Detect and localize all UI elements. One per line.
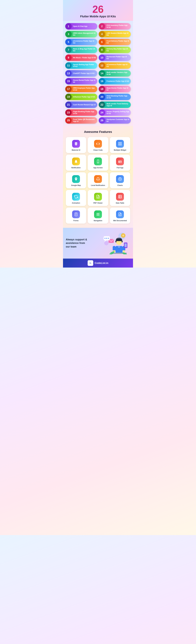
app-name: Sprots Betting App Flutter UI Kit: [72, 64, 97, 68]
app-item-26[interactable]: 26 Handyman Customer App UI kit: [99, 117, 131, 124]
feature-icon: [116, 210, 124, 218]
app-item-1[interactable]: 1 Open AI Chat App: [65, 23, 97, 30]
feature-card-2: Multiple Widget: [110, 137, 130, 153]
app-item-24[interactable]: 24 House, Property Selling App UI Kit: [99, 109, 131, 116]
app-item-18[interactable]: 18 Maan Doctor Flutter App UI kit: [99, 86, 131, 92]
support-illustration: ⚙: [100, 232, 130, 254]
app-item-25[interactable]: 25 Food Table–QR Restaurant App UI: [65, 117, 97, 124]
app-name: HRM Admin Management UI Kit: [72, 32, 97, 36]
app-number: 22: [99, 102, 105, 108]
feature-icon: [72, 140, 80, 148]
feature-label: Animation: [67, 202, 85, 204]
feature-icon: [94, 193, 102, 200]
app-item-21[interactable]: 21 Cash Rocket Reward App Ui: [65, 102, 97, 108]
app-number: 21: [65, 102, 72, 108]
app-number: 12: [99, 62, 105, 69]
svg-point-40: [104, 238, 106, 239]
feature-card-6: Google Map: [66, 172, 86, 188]
app-number: 15: [65, 78, 72, 84]
app-item-6[interactable]: 6 Food Delivery Flutter App UI Kit: [99, 39, 131, 45]
feature-icon: [72, 210, 80, 218]
app-item-5[interactable]: 5 eCommerce Flutter App UI Kit: [65, 39, 97, 45]
feature-label: Charts: [111, 184, 129, 186]
app-item-3[interactable]: 3 HRM Admin Management UI Kit: [65, 31, 97, 38]
app-item-19[interactable]: 19 Influencer Flutter App UI kit: [65, 94, 97, 100]
support-line1: Always support & assistence from our tea…: [66, 238, 96, 248]
app-name: Food Table–QR Restaurant App UI: [72, 118, 97, 122]
brand-footer: CL CodeList.in: [63, 258, 133, 268]
app-number: 23: [65, 109, 72, 116]
app-number: 25: [65, 117, 72, 124]
app-number: 6: [99, 39, 105, 45]
app-item-22[interactable]: 22 Multi vendor Food Delivery App UI: [99, 102, 131, 108]
app-number: 18: [99, 86, 105, 92]
app-name: Handyman Customer App UI kit: [105, 118, 131, 122]
feature-icon: [94, 175, 102, 183]
svg-rect-2: [118, 144, 120, 145]
features-section: Awesome Features Material UI Clean Code …: [63, 126, 133, 228]
feature-card-8: Charts: [110, 172, 130, 188]
app-name: Multi vendor Food Delivery App UI: [105, 103, 131, 107]
header-section: 26 Flutter Mobile Apps UI Kits: [63, 0, 133, 21]
feature-card-1: Clean Code: [88, 137, 108, 153]
app-number: 4: [99, 31, 105, 38]
features-title: Awesome Features: [66, 130, 130, 134]
big-number: 26: [66, 4, 130, 14]
feature-label: Navigation: [89, 220, 107, 222]
feature-card-13: Navigation: [88, 208, 108, 224]
svg-text:⚙: ⚙: [122, 234, 124, 237]
app-number: 13: [65, 70, 72, 76]
feature-label: PDF Viewer: [89, 202, 107, 204]
app-name: LMS Student Mobile App UI Kit: [105, 32, 131, 36]
app-name: Freelancer Flutter App Ui kit: [105, 80, 131, 82]
svg-rect-0: [118, 142, 120, 144]
app-number: 26: [99, 117, 105, 124]
feature-icon: [116, 175, 124, 183]
app-item-11[interactable]: 11 Sprots Betting App Flutter UI Kit: [65, 62, 97, 69]
svg-point-42: [108, 238, 109, 239]
brand-name: CodeList.in: [95, 262, 108, 264]
app-number: 24: [99, 109, 105, 116]
feature-card-11: Data Table: [110, 190, 130, 206]
app-item-2[interactable]: 2 POS Inventory Flutter App UI kit: [99, 23, 131, 30]
app-name: POS Inventory Flutter App UI kit: [105, 24, 131, 28]
support-text: Always support & assistence from our tea…: [66, 238, 96, 248]
app-item-20[interactable]: 20 Hotel Booking Flutter App UI Kit: [99, 94, 131, 100]
app-number: 11: [65, 62, 72, 69]
svg-rect-10: [118, 195, 122, 198]
app-item-4[interactable]: 4 LMS Student Mobile App UI Kit: [99, 31, 131, 38]
app-item-16[interactable]: 16 Freelancer Flutter App Ui kit: [99, 78, 131, 84]
svg-rect-44: [124, 244, 127, 247]
svg-point-41: [106, 238, 107, 239]
apps-grid: 1 Open AI Chat App 2 POS Inventory Flutt…: [65, 23, 131, 124]
app-item-13[interactable]: 13 ChatGPT Flutter App Ui Kit: [65, 70, 97, 76]
support-section: Always support & assistence from our tea…: [63, 228, 133, 258]
feature-icon: [72, 193, 80, 200]
feature-icon: [94, 210, 102, 218]
app-item-9[interactable]: 9 Mo Music– Flutter App UI Kit: [65, 54, 97, 61]
app-item-15[interactable]: 15 House Rental Flutter App UI kit: [65, 78, 97, 84]
svg-point-24: [104, 241, 108, 245]
page-title: Flutter Mobile Apps UI Kits: [66, 15, 130, 18]
feature-icon: [72, 158, 80, 165]
app-item-8[interactable]: 8 Delivery Boy flutter App UI Kit: [99, 46, 131, 53]
feature-label: Multiple Widget: [111, 149, 129, 151]
app-item-7[interactable]: 7 News & Blog App Flutter UI Kit: [65, 46, 97, 53]
app-name: Mo Music– Flutter App UI Kit: [72, 57, 97, 59]
app-item-10[interactable]: 10 Restaurant Flutter App UI Kit: [99, 54, 131, 61]
app-item-12[interactable]: 12 eCommerce Flutter app Ui Kit: [99, 62, 131, 69]
app-item-17[interactable]: 17 HRM Employee Flutter App UI kit: [65, 86, 97, 92]
feature-label: Google Map: [67, 184, 85, 186]
svg-rect-1: [120, 142, 122, 144]
feature-label: Local Notification: [89, 184, 107, 186]
app-number: 19: [65, 94, 72, 100]
app-number: 8: [99, 46, 105, 53]
feature-label: Data Table: [111, 202, 129, 204]
app-item-14[interactable]: 14 Multi vendor Vendors App Ui kit: [99, 70, 131, 76]
app-name: Open AI Chat App: [72, 25, 97, 27]
feature-card-5: Full App: [110, 155, 130, 171]
svg-rect-30: [122, 241, 123, 242]
app-item-23[interactable]: 23 Flight Booking Flutter App UI kit: [65, 109, 97, 116]
app-name: Food Delivery Flutter App UI Kit: [105, 40, 131, 44]
app-name: Restaurant Flutter App UI Kit: [105, 56, 131, 60]
